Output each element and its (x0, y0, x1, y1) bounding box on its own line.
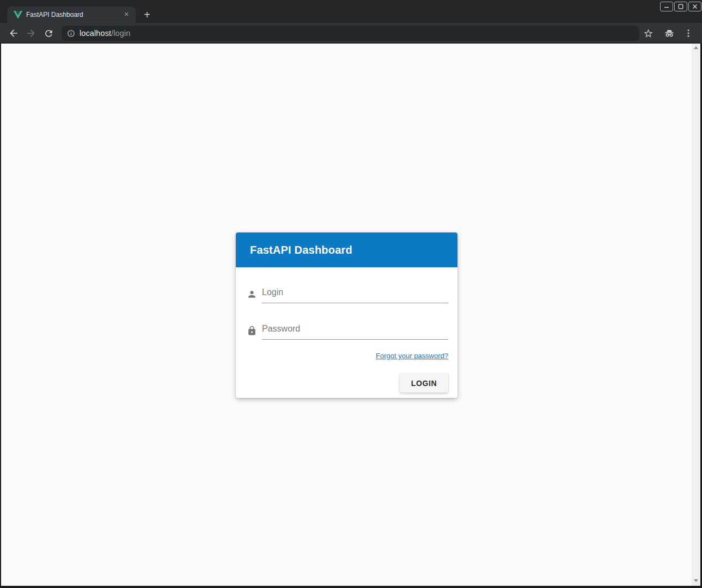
login-input[interactable] (262, 285, 448, 303)
login-card-body: Forgot your password? LOGIN (236, 281, 457, 398)
person-icon (245, 289, 262, 303)
browser-window: FastAPI Dashboard × + (0, 0, 702, 588)
browser-tab[interactable]: FastAPI Dashboard × (7, 7, 136, 23)
login-card-header: FastAPI Dashboard (236, 232, 457, 267)
new-tab-button[interactable]: + (139, 7, 155, 22)
maximize-icon (678, 4, 683, 9)
url-path: /login (111, 29, 130, 38)
url-text: localhost/login (80, 29, 130, 38)
vue-logo-favicon-icon (14, 10, 22, 19)
forward-button[interactable] (25, 27, 38, 40)
tab-title: FastAPI Dashboard (26, 11, 121, 19)
forward-arrow-icon (26, 28, 36, 39)
minimize-icon (664, 4, 669, 9)
tab-close-icon[interactable]: × (121, 10, 131, 20)
bookmark-button[interactable] (642, 27, 655, 40)
lock-icon (245, 326, 262, 340)
site-info-icon (67, 29, 75, 38)
incognito-badge (663, 27, 676, 40)
browser-menu-button[interactable] (682, 27, 695, 40)
maximize-button[interactable] (674, 2, 687, 11)
incognito-icon (663, 27, 675, 39)
url-host: localhost (80, 29, 111, 38)
close-icon (692, 4, 698, 9)
star-icon (643, 28, 654, 39)
three-dots-menu-icon (683, 28, 693, 38)
forgot-password-link[interactable]: Forgot your password? (376, 352, 448, 360)
login-field-row (245, 281, 448, 303)
page-scrollbar[interactable] (692, 44, 700, 586)
page-content: FastAPI Dashboard (1, 44, 700, 586)
card-actions: LOGIN (245, 373, 448, 393)
password-input[interactable] (262, 321, 448, 340)
url-address-bar[interactable]: localhost/login (62, 26, 639, 41)
reload-button[interactable] (42, 27, 55, 40)
login-button[interactable]: LOGIN (400, 373, 448, 393)
reload-icon (44, 28, 54, 39)
scroll-down-icon[interactable] (694, 579, 698, 582)
minimize-button[interactable] (660, 2, 673, 11)
scroll-up-icon[interactable] (694, 46, 698, 49)
login-card: FastAPI Dashboard (236, 232, 457, 398)
browser-toolbar: localhost/login (0, 23, 702, 44)
forgot-password-row: Forgot your password? (245, 351, 448, 359)
login-card-title: FastAPI Dashboard (250, 244, 352, 256)
browser-titlebar: FastAPI Dashboard × + (0, 0, 702, 23)
back-button[interactable] (7, 27, 20, 40)
close-button[interactable] (688, 2, 701, 11)
back-arrow-icon (8, 28, 19, 39)
window-controls (660, 2, 701, 11)
password-field-row (245, 318, 448, 340)
